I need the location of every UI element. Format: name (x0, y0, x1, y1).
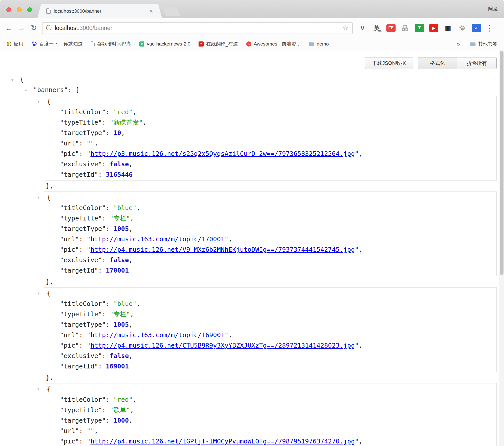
vimium-extension-icon[interactable]: V (358, 24, 367, 32)
json-url-link[interactable]: http://p3.music.126.net/s25q2x5QyqsAzilC… (90, 150, 355, 157)
bookmark-item[interactable]: demo (309, 41, 329, 47)
json-comma: , (359, 342, 362, 349)
json-object: ▼{"titleColor": "blue","typeTitle": "专栏"… (0, 191, 504, 287)
json-comma: , (359, 150, 362, 157)
json-quote: " (225, 235, 228, 243)
browser-tab[interactable]: localhost:3000/banner × (42, 4, 158, 18)
youtube-extension-icon[interactable]: ▶ (429, 24, 438, 32)
bookmark-item[interactable]: Vvue-hackernews-2.0 (139, 41, 190, 47)
json-comma: , (129, 256, 133, 264)
group-extension-icon[interactable]: 品 (401, 24, 410, 32)
json-string-value: "新碟首发" (110, 119, 143, 126)
json-url-link[interactable]: http://p4.music.126.net/V9-MXz6b2MNhEKju… (90, 246, 355, 253)
tab-strip: localhost:3000/banner × 阿发 (0, 0, 504, 18)
format-button[interactable]: 格式化 (418, 57, 457, 69)
json-colon: : (102, 406, 110, 414)
collapse-all-button[interactable]: 折叠所有 (457, 57, 497, 69)
collapse-triangle-icon[interactable]: ▼ (11, 75, 20, 85)
chrome-menu-icon[interactable]: ⋮ (486, 24, 493, 33)
shield-check-extension-icon[interactable]: ✓ (472, 24, 481, 32)
json-number-value: 1000 (114, 417, 129, 424)
fe-extension-icon-glyph: FE (388, 26, 394, 30)
json-property: "titleColor": "red", (44, 394, 496, 405)
json-comma: , (359, 246, 362, 253)
page-info-icon[interactable]: ⓘ (46, 24, 52, 32)
browser-toolbar: ← → ↻ ⓘ localhost:3000/banner ☆ V英enFE品T… (0, 18, 504, 38)
bookmark-item[interactable]: 百度一下，你就知道 (32, 41, 83, 47)
json-colon: : (106, 204, 114, 212)
profile-name[interactable]: 阿发 (488, 6, 498, 12)
url-bar[interactable]: ⓘ localhost:3000/banner ☆ (42, 22, 353, 34)
reload-icon[interactable]: ↻ (29, 24, 39, 32)
collapse-triangle-icon[interactable]: ▼ (37, 192, 43, 203)
json-string-value: "red" (114, 396, 133, 403)
new-tab-button[interactable] (162, 7, 181, 16)
collapse-triangle-icon[interactable]: ▼ (37, 288, 43, 299)
bookmark-item[interactable]: AAwesomes - 前端资… (246, 41, 301, 47)
json-quote: " (355, 246, 359, 253)
json-quote: " (87, 331, 90, 339)
json-string-value: "歌单" (110, 406, 130, 414)
json-url-link[interactable]: http://music.163.com/m/topic/170001 (90, 235, 225, 243)
url-text: localhost:3000/banner (55, 25, 112, 32)
vertical-scrollbar[interactable] (499, 50, 504, 446)
shield-check-extension-icon-glyph: ✓ (475, 26, 478, 31)
json-root-open-brace: { (20, 76, 24, 83)
json-colon: : (79, 150, 87, 157)
json-close-brace: }, (0, 372, 504, 383)
bookmark-label: 在线翻译_有道 (206, 41, 238, 47)
t-shield-extension-icon[interactable]: T (415, 24, 424, 32)
collapse-triangle-icon[interactable]: ▼ (25, 85, 33, 96)
bookmark-star-icon[interactable]: ☆ (343, 24, 349, 32)
json-key: "titleColor" (60, 108, 106, 116)
scrollbar-thumb[interactable] (500, 51, 503, 275)
back-icon[interactable]: ← (4, 24, 14, 32)
json-key: "targetType" (60, 321, 106, 328)
qrcode-extension-icon[interactable]: ▦ (443, 24, 453, 32)
json-colon: : (102, 352, 110, 360)
tab-title: localhost:3000/banner (54, 8, 146, 14)
json-key: "targetId" (60, 363, 98, 370)
download-json-button[interactable]: 下载JSON数据 (365, 57, 413, 69)
zoom-window-button[interactable] (27, 7, 32, 12)
json-colon: : (106, 300, 114, 307)
json-key: "pic" (60, 246, 79, 253)
json-key: "targetType" (60, 417, 106, 424)
bookmark-label: 百度一下，你就知道 (39, 41, 83, 47)
json-url-link[interactable]: http://p4.music.126.net/tGPljf-IMOCyPvum… (90, 438, 355, 445)
other-bookmarks[interactable]: 其他书签 (470, 41, 497, 47)
bookmark-item[interactable]: Y在线翻译_有道 (199, 41, 238, 47)
bookmark-label: demo (317, 41, 329, 47)
json-url-link[interactable]: http://music.163.com/m/topic/169001 (90, 331, 225, 339)
json-comma: , (129, 225, 133, 232)
traffic-lights (6, 7, 32, 12)
bookmark-item[interactable]: 应用 (7, 41, 23, 47)
paw-extension-icon[interactable] (458, 24, 467, 32)
json-property: "titleColor": "blue", (44, 203, 496, 213)
close-window-button[interactable] (6, 7, 11, 12)
translate-extension-icon[interactable]: 英en (372, 24, 381, 32)
fe-extension-icon[interactable]: FE (386, 24, 396, 32)
forward-icon[interactable]: → (17, 24, 26, 32)
tab-close-icon[interactable]: × (149, 8, 153, 14)
json-quote: " (355, 150, 359, 157)
bookmarks-overflow-chevron[interactable]: » (457, 40, 460, 48)
url-host: localhost (55, 25, 78, 31)
json-colon: : (98, 363, 106, 370)
json-property: "url": "http://music.163.com/m/topic/169… (44, 330, 496, 340)
collapse-triangle-icon[interactable]: ▼ (37, 384, 43, 394)
json-colon: : (79, 342, 87, 349)
json-comma: , (129, 160, 133, 168)
json-key: "targetType" (60, 129, 106, 137)
json-comma: , (136, 204, 140, 212)
json-url-link[interactable]: http://p4.music.126.net/CTU5B9R9y3XyYBZX… (90, 342, 355, 349)
bookmark-item[interactable]: 谷歌按时间排序 (91, 41, 131, 47)
json-comma: , (94, 140, 98, 147)
collapse-triangle-icon[interactable]: ▼ (37, 96, 43, 107)
json-key: "targetId" (60, 171, 98, 178)
json-key: "targetType" (60, 225, 106, 232)
json-viewer: ▼{ ▼"banners": [ ▼{"titleColor": "red","… (0, 50, 504, 446)
minimize-window-button[interactable] (17, 7, 22, 12)
json-object-box: ▼{"titleColor": "red","typeTitle": "新碟首发… (44, 96, 497, 181)
extension-icons: V英enFE品T▶▦✓ (358, 24, 481, 32)
